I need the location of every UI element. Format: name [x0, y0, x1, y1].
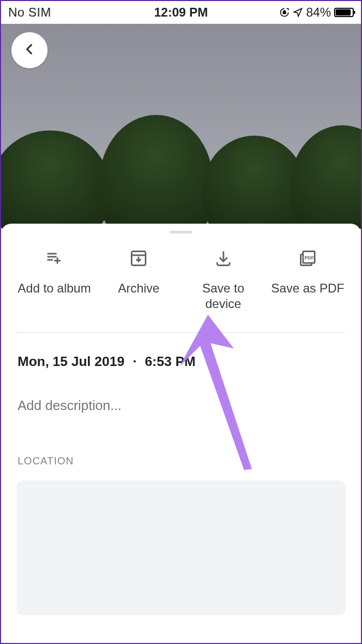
photo-trees	[1, 136, 361, 229]
chevron-left-icon	[22, 42, 37, 58]
carrier-label: No SIM	[8, 5, 124, 20]
archive-icon	[129, 249, 148, 271]
photo-time: 6:53 PM	[145, 354, 195, 370]
separator-dot: ·	[133, 354, 137, 370]
save-to-device-button[interactable]: Save to device	[185, 249, 262, 312]
playlist-add-icon	[45, 249, 64, 271]
action-label: Add to album	[18, 281, 90, 296]
description-input[interactable]	[18, 398, 344, 414]
orientation-lock-icon	[279, 7, 290, 18]
action-label: Save as PDF	[271, 281, 344, 296]
photo-date: Mon, 15 Jul 2019	[18, 354, 125, 370]
back-button[interactable]	[11, 32, 48, 68]
clock: 12:09 PM	[124, 5, 239, 20]
location-map[interactable]	[17, 480, 345, 615]
photo-viewer[interactable]	[1, 24, 361, 229]
add-to-album-button[interactable]: Add to album	[16, 249, 93, 312]
details-sheet[interactable]: Add to album Archive Save to device PDF …	[1, 224, 361, 643]
location-section-label: LOCATION	[18, 455, 344, 467]
location-services-icon	[293, 7, 303, 18]
archive-button[interactable]: Archive	[100, 249, 177, 312]
action-label: Save to device	[185, 281, 262, 312]
download-icon	[214, 249, 233, 271]
battery-icon	[334, 8, 354, 17]
save-as-pdf-button[interactable]: PDF Save as PDF	[269, 249, 346, 312]
action-label: Archive	[118, 281, 159, 296]
status-right: 84%	[238, 5, 354, 20]
date-time-line: Mon, 15 Jul 2019 · 6:53 PM	[18, 354, 344, 370]
battery-percentage: 84%	[306, 5, 331, 20]
actions-row: Add to album Archive Save to device PDF …	[1, 233, 361, 332]
pdf-icon: PDF	[298, 249, 317, 271]
svg-rect-0	[283, 11, 285, 13]
status-bar: No SIM 12:09 PM 84%	[1, 1, 361, 24]
photo-metadata: Mon, 15 Jul 2019 · 6:53 PM LOCATION	[1, 333, 361, 467]
svg-text:PDF: PDF	[305, 255, 314, 260]
